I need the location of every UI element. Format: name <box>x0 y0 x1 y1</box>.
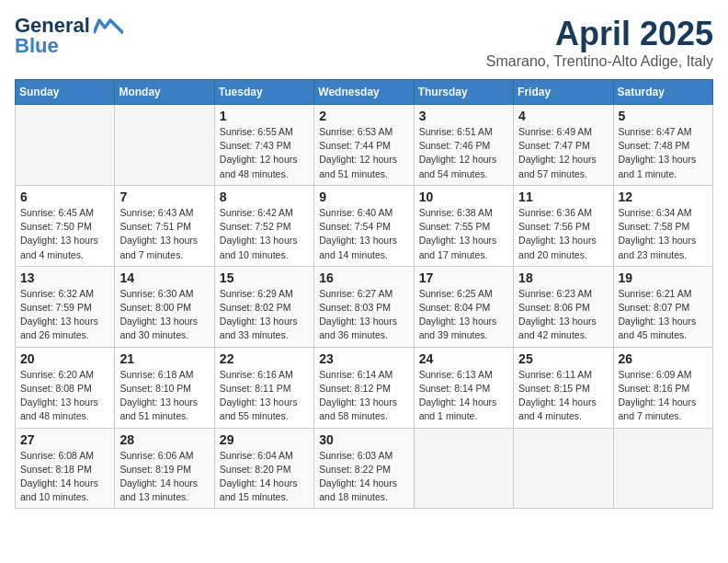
day-info: Sunrise: 6:53 AM Sunset: 7:44 PM Dayligh… <box>319 125 408 181</box>
day-cell: 24Sunrise: 6:13 AM Sunset: 8:14 PM Dayli… <box>414 347 513 428</box>
day-cell: 27Sunrise: 6:08 AM Sunset: 8:18 PM Dayli… <box>16 428 115 509</box>
day-number: 7 <box>119 190 209 204</box>
day-header-friday: Friday <box>514 80 613 105</box>
day-info: Sunrise: 6:30 AM Sunset: 8:00 PM Dayligh… <box>119 287 209 343</box>
week-row-3: 13Sunrise: 6:32 AM Sunset: 7:59 PM Dayli… <box>16 266 713 347</box>
day-info: Sunrise: 6:29 AM Sunset: 8:02 PM Dayligh… <box>220 287 309 343</box>
day-cell <box>514 428 613 509</box>
day-info: Sunrise: 6:13 AM Sunset: 8:14 PM Dayligh… <box>419 368 508 424</box>
day-info: Sunrise: 6:42 AM Sunset: 7:52 PM Dayligh… <box>220 206 309 262</box>
day-number: 18 <box>518 270 608 285</box>
day-number: 8 <box>220 190 309 204</box>
day-number: 28 <box>119 432 209 447</box>
day-cell: 1Sunrise: 6:55 AM Sunset: 7:43 PM Daylig… <box>214 105 313 186</box>
day-number: 13 <box>20 270 109 285</box>
day-number: 17 <box>419 270 508 285</box>
day-number: 4 <box>518 109 608 123</box>
day-number: 26 <box>619 351 708 366</box>
header: General Blue April 2025 Smarano, Trentin… <box>15 15 713 70</box>
day-header-saturday: Saturday <box>613 80 712 105</box>
day-cell: 23Sunrise: 6:14 AM Sunset: 8:12 PM Dayli… <box>314 347 414 428</box>
day-cell: 26Sunrise: 6:09 AM Sunset: 8:16 PM Dayli… <box>613 347 712 428</box>
day-header-thursday: Thursday <box>414 80 513 105</box>
day-info: Sunrise: 6:45 AM Sunset: 7:50 PM Dayligh… <box>20 206 109 262</box>
day-info: Sunrise: 6:27 AM Sunset: 8:03 PM Dayligh… <box>319 287 408 343</box>
day-number: 16 <box>319 270 408 285</box>
day-cell: 11Sunrise: 6:36 AM Sunset: 7:56 PM Dayli… <box>514 185 613 266</box>
day-info: Sunrise: 6:18 AM Sunset: 8:10 PM Dayligh… <box>119 368 209 424</box>
logo-blue: Blue <box>15 35 59 57</box>
day-cell <box>613 428 712 509</box>
title-area: April 2025 Smarano, Trentino-Alto Adige,… <box>486 15 713 70</box>
day-info: Sunrise: 6:38 AM Sunset: 7:55 PM Dayligh… <box>419 206 508 262</box>
day-cell <box>414 428 513 509</box>
day-info: Sunrise: 6:09 AM Sunset: 8:16 PM Dayligh… <box>619 368 708 424</box>
day-cell: 6Sunrise: 6:45 AM Sunset: 7:50 PM Daylig… <box>16 185 115 266</box>
day-cell: 3Sunrise: 6:51 AM Sunset: 7:46 PM Daylig… <box>414 105 513 186</box>
day-info: Sunrise: 6:32 AM Sunset: 7:59 PM Dayligh… <box>20 287 109 343</box>
day-number: 24 <box>419 351 508 366</box>
day-info: Sunrise: 6:21 AM Sunset: 8:07 PM Dayligh… <box>619 287 708 343</box>
day-cell: 9Sunrise: 6:40 AM Sunset: 7:54 PM Daylig… <box>314 185 414 266</box>
day-cell: 13Sunrise: 6:32 AM Sunset: 7:59 PM Dayli… <box>16 266 115 347</box>
day-cell: 16Sunrise: 6:27 AM Sunset: 8:03 PM Dayli… <box>314 266 414 347</box>
day-cell: 20Sunrise: 6:20 AM Sunset: 8:08 PM Dayli… <box>16 347 115 428</box>
day-cell: 18Sunrise: 6:23 AM Sunset: 8:06 PM Dayli… <box>514 266 613 347</box>
day-number: 23 <box>319 351 408 366</box>
day-info: Sunrise: 6:03 AM Sunset: 8:22 PM Dayligh… <box>319 449 408 505</box>
day-number: 14 <box>119 270 209 285</box>
day-info: Sunrise: 6:08 AM Sunset: 8:18 PM Dayligh… <box>20 449 109 505</box>
day-cell: 15Sunrise: 6:29 AM Sunset: 8:02 PM Dayli… <box>214 266 313 347</box>
day-cell: 14Sunrise: 6:30 AM Sunset: 8:00 PM Dayli… <box>115 266 214 347</box>
day-number: 25 <box>518 351 608 366</box>
day-number: 10 <box>419 190 508 204</box>
day-cell: 19Sunrise: 6:21 AM Sunset: 8:07 PM Dayli… <box>613 266 712 347</box>
day-number: 30 <box>319 432 408 447</box>
day-number: 22 <box>220 351 309 366</box>
day-info: Sunrise: 6:23 AM Sunset: 8:06 PM Dayligh… <box>518 287 608 343</box>
day-number: 20 <box>20 351 109 366</box>
day-info: Sunrise: 6:55 AM Sunset: 7:43 PM Dayligh… <box>220 125 309 181</box>
day-number: 27 <box>20 432 109 447</box>
day-cell: 2Sunrise: 6:53 AM Sunset: 7:44 PM Daylig… <box>314 105 414 186</box>
day-number: 1 <box>220 109 309 123</box>
calendar-title: April 2025 <box>486 15 713 53</box>
day-number: 21 <box>119 351 209 366</box>
day-number: 2 <box>319 109 408 123</box>
week-row-2: 6Sunrise: 6:45 AM Sunset: 7:50 PM Daylig… <box>16 185 713 266</box>
day-cell: 5Sunrise: 6:47 AM Sunset: 7:48 PM Daylig… <box>613 105 712 186</box>
day-info: Sunrise: 6:11 AM Sunset: 8:15 PM Dayligh… <box>518 368 608 424</box>
day-info: Sunrise: 6:49 AM Sunset: 7:47 PM Dayligh… <box>518 125 608 181</box>
day-info: Sunrise: 6:16 AM Sunset: 8:11 PM Dayligh… <box>220 368 309 424</box>
day-cell: 10Sunrise: 6:38 AM Sunset: 7:55 PM Dayli… <box>414 185 513 266</box>
day-info: Sunrise: 6:40 AM Sunset: 7:54 PM Dayligh… <box>319 206 408 262</box>
day-number: 9 <box>319 190 408 204</box>
day-number: 3 <box>419 109 508 123</box>
day-number: 5 <box>619 109 708 123</box>
day-info: Sunrise: 6:04 AM Sunset: 8:20 PM Dayligh… <box>220 449 309 505</box>
day-cell: 7Sunrise: 6:43 AM Sunset: 7:51 PM Daylig… <box>115 185 214 266</box>
day-number: 11 <box>518 190 608 204</box>
week-row-1: 1Sunrise: 6:55 AM Sunset: 7:43 PM Daylig… <box>16 105 713 186</box>
day-cell: 17Sunrise: 6:25 AM Sunset: 8:04 PM Dayli… <box>414 266 513 347</box>
day-info: Sunrise: 6:36 AM Sunset: 7:56 PM Dayligh… <box>518 206 608 262</box>
day-number: 29 <box>220 432 309 447</box>
logo-wave-icon <box>94 17 123 35</box>
day-number: 12 <box>619 190 708 204</box>
day-cell: 28Sunrise: 6:06 AM Sunset: 8:19 PM Dayli… <box>115 428 214 509</box>
day-header-sunday: Sunday <box>16 80 115 105</box>
day-info: Sunrise: 6:47 AM Sunset: 7:48 PM Dayligh… <box>619 125 708 181</box>
day-info: Sunrise: 6:43 AM Sunset: 7:51 PM Dayligh… <box>119 206 209 262</box>
day-info: Sunrise: 6:25 AM Sunset: 8:04 PM Dayligh… <box>419 287 508 343</box>
day-number: 19 <box>619 270 708 285</box>
day-number: 6 <box>20 190 109 204</box>
day-cell: 8Sunrise: 6:42 AM Sunset: 7:52 PM Daylig… <box>214 185 313 266</box>
day-cell: 4Sunrise: 6:49 AM Sunset: 7:47 PM Daylig… <box>514 105 613 186</box>
day-cell <box>115 105 214 186</box>
day-info: Sunrise: 6:14 AM Sunset: 8:12 PM Dayligh… <box>319 368 408 424</box>
day-cell: 25Sunrise: 6:11 AM Sunset: 8:15 PM Dayli… <box>514 347 613 428</box>
day-info: Sunrise: 6:20 AM Sunset: 8:08 PM Dayligh… <box>20 368 109 424</box>
day-header-wednesday: Wednesday <box>314 80 414 105</box>
day-header-monday: Monday <box>115 80 214 105</box>
week-row-4: 20Sunrise: 6:20 AM Sunset: 8:08 PM Dayli… <box>16 347 713 428</box>
